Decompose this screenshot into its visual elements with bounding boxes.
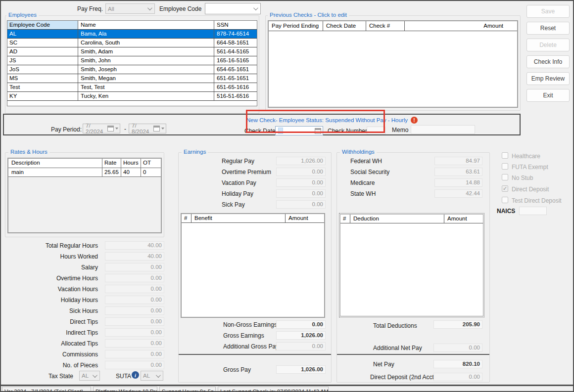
no-stub-checkbox[interactable] [502,174,508,180]
check-info-button[interactable]: Check Info [526,55,570,68]
regular-pay-field[interactable]: 1,026.00 [276,157,326,165]
info-icon[interactable]: i [132,371,139,379]
pay-period-start-picker[interactable]: 7/ 2/2024 [83,124,120,133]
sick-pay-label: Sick Pay [222,201,245,208]
employee-row[interactable]: AD Smith, Adam 561-64-5165 [7,47,257,56]
employee-row[interactable]: JS Smith, John 165-16-5165 [7,56,257,65]
employee-row[interactable]: AL Bama, Ala 878-74-6514 [7,30,257,39]
employee-row[interactable]: SC Carolina, South 664-58-1651 [7,39,257,47]
rates-row[interactable]: main 25.65 40 0 [8,168,161,177]
rates-col-ot[interactable]: OT [141,159,161,168]
state-wh-label: State WH [350,190,376,197]
memo-input[interactable] [411,125,475,134]
delete-button[interactable]: Delete [526,39,570,51]
rates-hours-title: Rates & Hours [8,149,49,155]
chevron-down-icon [147,5,152,10]
reset-button[interactable]: Reset [526,22,570,35]
social-security-field[interactable]: 63.61 [434,168,482,176]
allocated-tips-field[interactable]: 0.00 [105,339,164,348]
overtime-premium-field[interactable]: 0.00 [276,168,326,176]
pc-col-check-date[interactable]: Check Date [323,21,366,31]
pc-col-amount[interactable]: Amount [405,21,517,31]
deduction-table-header: # Deduction Amount [340,215,483,223]
benefit-col-benefit[interactable]: Benefit [191,214,286,222]
suta-select[interactable]: AL [141,371,163,381]
employees-col-ssn[interactable]: SSN [214,21,257,29]
employees-col-code[interactable]: Employee Code [7,21,78,29]
holiday-pay-field[interactable]: 0.00 [276,189,326,198]
deduction-table[interactable]: # Deduction Amount [340,214,483,316]
rates-col-description[interactable]: Description [8,159,102,168]
federal-wh-field[interactable]: 84.97 [434,157,482,165]
deduction-col-num[interactable]: # [340,215,350,223]
direct-deposit-checkbox[interactable] [502,185,508,192]
additional-gross-pay-label: Additional Gross Pay [223,343,279,350]
overtime-hours-field[interactable]: 0.00 [105,274,164,282]
commissions-field[interactable]: 0.00 [105,350,164,358]
chevron-down-icon [253,5,258,10]
payroll-checks-window: Pay Freq. All Employee Code Employees Em… [0,0,574,392]
salary-field[interactable]: 0.00 [105,263,164,271]
benefit-col-amount[interactable]: Amount [286,214,324,222]
employee-row[interactable]: Test Test, Test 651-65-1616 [7,83,257,92]
vacation-pay-field[interactable]: 0.00 [276,178,326,187]
direct-tips-field[interactable]: 0.00 [105,317,164,326]
direct-deposit-2nd-field[interactable]: 0.00 [433,373,482,381]
tax-state-select[interactable]: AL [79,371,100,381]
emp-review-button[interactable]: Emp Review [526,72,570,85]
test-direct-deposit-checkbox[interactable] [502,197,508,203]
additional-net-pay-field[interactable]: 0.00 [433,344,482,352]
dropdown-arrow-icon [161,128,164,130]
futa-exempt-label: FUTA Exempt [512,164,548,171]
deduction-table-focus-ring: # Deduction Amount [339,213,484,317]
state-wh-field[interactable]: 42.44 [434,189,482,198]
net-pay-label: Net Pay [373,361,394,368]
previous-checks-table[interactable]: Pay Period Ending Check Date Check # Amo… [268,20,518,108]
medicare-field[interactable]: 14.88 [434,178,482,187]
exit-button[interactable]: Exit [526,89,570,102]
pay-freq-label: Pay Freq. [73,5,103,12]
employee-row[interactable]: KY Tucky, Ken 516-51-6516 [7,92,257,101]
sick-pay-field[interactable]: 0.00 [276,200,326,209]
check-number-input[interactable] [367,127,385,134]
employee-row[interactable]: JoS Smith, Joseph 654-65-1651 [7,65,257,74]
employee-row[interactable]: MS Smith, Megan 651-65-1651 [7,74,257,83]
naics-input[interactable] [519,207,547,215]
dropdown-arrow-icon [115,128,118,130]
futa-exempt-checkbox[interactable] [502,163,508,170]
employees-col-name[interactable]: Name [78,21,214,29]
vacation-hours-field[interactable]: 0.00 [105,285,164,293]
suta-label: SUTA [116,373,131,380]
withholdings-separator [337,354,489,355]
holiday-hours-field[interactable]: 0.00 [105,296,164,304]
total-regular-hours-field[interactable]: 40.00 [105,241,164,250]
rates-table[interactable]: Description Rate Hours OT main 25.65 40 … [7,158,162,233]
deduction-col-amount[interactable]: Amount [444,215,483,223]
date-segment-highlight [278,128,283,134]
pc-col-pay-period-ending[interactable]: Pay Period Ending [269,21,323,31]
pay-freq-select[interactable]: All [105,3,155,14]
additional-gross-pay-field[interactable]: 0.00 [276,342,326,350]
pc-col-check-number[interactable]: Check # [366,21,405,31]
rates-col-rate[interactable]: Rate [102,159,121,168]
deduction-col-deduction[interactable]: Deduction [350,215,444,223]
memo-label: Memo [392,127,408,133]
employee-code-select[interactable] [205,3,261,14]
employee-code-label: Employee Code [159,5,201,12]
rates-table-header: Description Rate Hours OT [8,159,161,168]
hours-worked-field[interactable]: 40.00 [105,252,164,261]
check-date-picker[interactable] [275,126,323,135]
rates-col-hours[interactable]: Hours [121,159,141,168]
calendar-icon [153,126,160,131]
no-of-pieces-field[interactable]: 0.00 [105,361,164,369]
total-regular-hours-label: Total Regular Hours [10,242,98,249]
pay-period-end-picker[interactable]: 7/ 8/2024 [129,124,166,133]
sick-hours-field[interactable]: 0.00 [105,306,164,315]
benefit-table[interactable]: # Benefit Amount [181,213,325,318]
benefit-col-num[interactable]: # [182,214,191,222]
indirect-tips-field[interactable]: 0.00 [105,328,164,337]
earnings-group: Earnings Regular Pay 1,026.00 Overtime P… [178,152,332,383]
healthcare-checkbox[interactable] [502,152,508,159]
employees-empty-row [7,101,257,106]
save-button[interactable]: Save [526,5,570,18]
